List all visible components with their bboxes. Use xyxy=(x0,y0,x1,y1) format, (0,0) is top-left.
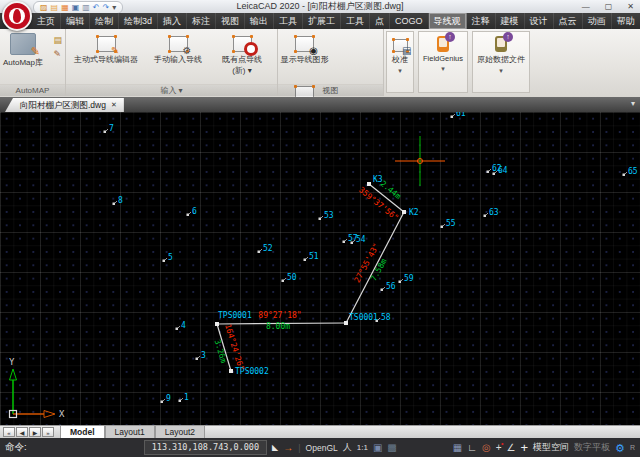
point-dot[interactable] xyxy=(623,174,626,177)
model-space-button[interactable]: 模型空间 xyxy=(533,441,569,454)
polar-tracking-icon[interactable]: ◎ xyxy=(482,439,491,457)
menu-tab-12[interactable]: COGO xyxy=(390,13,429,29)
point-dot[interactable] xyxy=(113,203,116,206)
menu-tab-8[interactable]: 工具 xyxy=(274,13,303,29)
traverse-node[interactable] xyxy=(367,182,371,186)
point-dot[interactable] xyxy=(351,242,354,245)
menu-tab-15[interactable]: 建模 xyxy=(496,13,525,29)
point-dot[interactable] xyxy=(304,259,307,262)
point-dot[interactable] xyxy=(487,171,490,174)
automap-edit-button[interactable]: ✎ xyxy=(53,49,62,59)
menu-tab-5[interactable]: 标注 xyxy=(187,13,216,29)
point-label[interactable]: 52 xyxy=(263,244,273,253)
input-group-label[interactable]: 输入 ▾ xyxy=(66,84,277,96)
cad-svg-layer[interactable]: 78655251505357545659585561626463654391K3… xyxy=(0,112,640,425)
point-label[interactable]: 63 xyxy=(489,208,499,217)
point-dot[interactable] xyxy=(282,280,285,283)
close-button[interactable]: ✕ xyxy=(627,0,634,13)
automap-list-button[interactable]: ▤ xyxy=(53,35,62,45)
traverse-node-label[interactable]: K2 xyxy=(409,208,419,217)
point-label[interactable]: 56 xyxy=(386,282,396,291)
point-label[interactable]: 8 xyxy=(118,196,123,205)
menu-tab-4[interactable]: 插入 xyxy=(158,13,187,29)
menu-tab-3[interactable]: 绘制3d xyxy=(119,13,158,29)
point-dot[interactable] xyxy=(187,214,190,217)
document-tab-overflow-icon[interactable]: ▾ xyxy=(631,99,635,108)
raw-data-file-button[interactable]: 原始数据文件 ▾ xyxy=(472,31,530,93)
traverse-node-label[interactable]: TS0001 xyxy=(349,313,378,322)
fieldgenius-button[interactable]: FieldGenius ▾ xyxy=(418,31,468,93)
annotation-visibility-icon[interactable]: ▣ xyxy=(373,439,382,457)
active-traverse-editor-button[interactable]: ✎ 主动式导线编辑器 xyxy=(66,29,146,79)
maximize-button[interactable]: ▢ xyxy=(605,0,613,13)
toolbar-overflow-icon[interactable]: ▾ xyxy=(112,3,116,13)
point-label[interactable]: 6 xyxy=(192,207,197,216)
point-dot[interactable] xyxy=(196,358,199,361)
view-group-label[interactable]: 视图 xyxy=(278,84,383,96)
menu-tab-18[interactable]: 动画 xyxy=(583,13,612,29)
app-logo-icon[interactable] xyxy=(2,1,32,31)
point-label[interactable]: 55 xyxy=(446,219,456,228)
tracking-arrow-icon[interactable]: → xyxy=(283,439,293,457)
point-dot[interactable] xyxy=(163,260,166,263)
point-dot[interactable] xyxy=(399,281,402,284)
snap-mode-icon[interactable]: ◣ xyxy=(272,439,278,457)
point-label[interactable]: 4 xyxy=(181,321,186,330)
point-label[interactable]: 64 xyxy=(498,166,508,175)
ortho-toggle-icon[interactable]: ∟ xyxy=(467,439,477,457)
point-label[interactable]: 58 xyxy=(381,313,391,322)
layout-nav-button-3[interactable]: » xyxy=(42,427,54,437)
annotation-scale[interactable]: 1:1 xyxy=(357,443,368,452)
traverse-node-label[interactable]: TPS0001 xyxy=(218,311,252,320)
automap-group-label[interactable]: AutoMAP xyxy=(0,84,65,96)
menu-tab-1[interactable]: 编辑 xyxy=(61,13,90,29)
point-dot[interactable] xyxy=(176,328,179,331)
menu-tab-19[interactable]: 帮助 xyxy=(612,13,640,29)
manual-input-traverse-button[interactable]: ⚙ 手动输入导线 xyxy=(146,29,210,79)
point-label[interactable]: 54 xyxy=(356,235,366,244)
point-dot[interactable] xyxy=(343,241,346,244)
open-file-icon[interactable]: ▦ xyxy=(61,3,69,13)
point-dot[interactable] xyxy=(493,173,496,176)
menu-tab-17[interactable]: 点云 xyxy=(554,13,583,29)
automap-library-button[interactable]: ✎ AutoMap库 xyxy=(0,29,46,79)
point-label[interactable]: 9 xyxy=(166,394,171,403)
digitizer-button[interactable]: 数字平板 xyxy=(574,441,610,454)
layout-nav-button-2[interactable]: ▶ xyxy=(29,427,41,437)
point-label[interactable]: 1 xyxy=(184,393,189,402)
plot-icon[interactable]: ▥ xyxy=(82,3,90,13)
menu-tab-9[interactable]: 扩展工 xyxy=(303,13,341,29)
traverse-node[interactable] xyxy=(344,321,348,325)
traverse-node[interactable] xyxy=(402,210,406,214)
automap-quick-icon[interactable]: ▨ xyxy=(40,3,48,13)
show-traverse-graphics-button[interactable]: ◉ 显示导线图形 xyxy=(278,29,331,79)
point-label[interactable]: 53 xyxy=(324,211,334,220)
point-label[interactable]: 65 xyxy=(628,167,638,176)
point-label[interactable]: 51 xyxy=(309,252,319,261)
menu-tab-10[interactable]: 工具 xyxy=(341,13,370,29)
minimize-button[interactable]: — xyxy=(582,0,590,13)
point-dot[interactable] xyxy=(441,226,444,229)
settings-gear-icon[interactable]: ⚙ xyxy=(615,439,625,457)
point-dot[interactable] xyxy=(484,215,487,218)
point-dot[interactable] xyxy=(451,116,454,119)
layout-tab-layout1[interactable]: Layout1 xyxy=(105,426,155,438)
point-dot[interactable] xyxy=(161,401,164,404)
drawing-canvas[interactable]: 78655251505357545659585561626463654391K3… xyxy=(0,112,640,425)
layout-tab-model[interactable]: Model xyxy=(60,426,105,438)
point-label[interactable]: 61 xyxy=(456,112,466,118)
redo-icon[interactable]: ↷ xyxy=(103,3,110,13)
object-snap-icon[interactable]: + xyxy=(496,439,502,457)
menu-tab-0[interactable]: 主页 xyxy=(32,13,61,29)
menu-tab-11[interactable]: 点 xyxy=(370,13,390,29)
traverse-node[interactable] xyxy=(229,369,233,373)
menu-tab-2[interactable]: 绘制 xyxy=(90,13,119,29)
point-label[interactable]: 3 xyxy=(201,351,206,360)
point-dot[interactable] xyxy=(104,131,107,134)
menu-tab-13[interactable]: 导线观 xyxy=(429,13,467,29)
point-label[interactable]: 59 xyxy=(404,274,414,283)
traverse-node[interactable] xyxy=(215,322,219,326)
layout-tab-layout2[interactable]: Layout2 xyxy=(155,426,205,438)
crosshair-toggle-icon[interactable]: + xyxy=(520,439,528,457)
grid-toggle-icon[interactable]: ▦ xyxy=(453,439,462,457)
